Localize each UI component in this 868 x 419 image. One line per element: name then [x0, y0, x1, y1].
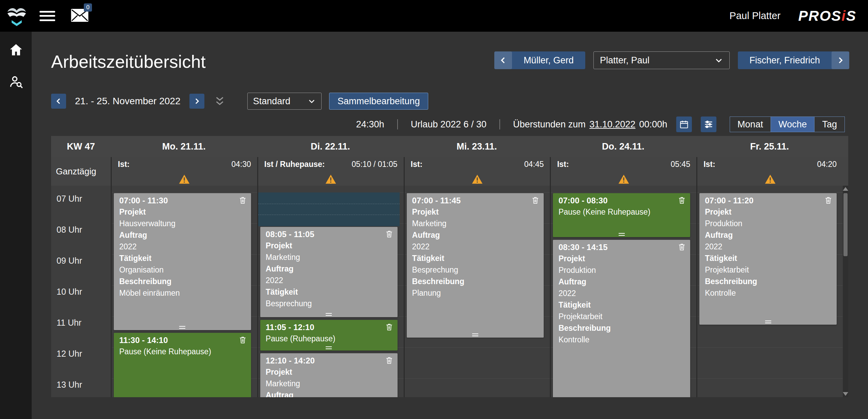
resize-handle[interactable] [326, 346, 332, 349]
delete-event-button[interactable] [384, 322, 393, 331]
messages-button[interactable]: 0 [71, 9, 89, 23]
resize-handle[interactable] [619, 233, 625, 236]
day-header: Do. 24.11. [550, 141, 696, 152]
brand-post: S [846, 8, 856, 24]
event-header: 07:00 - 11:20 [705, 195, 833, 206]
event-line: 2022 [412, 241, 540, 252]
next-week-button[interactable] [189, 94, 204, 109]
ist-row: Ist / Ruhepause:05:10 / 01:05 [264, 160, 398, 169]
sliders-icon [704, 120, 713, 129]
event-time: 07:00 - 11:20 [705, 195, 754, 206]
scroll-thumb[interactable] [843, 193, 848, 256]
calendar-button[interactable] [676, 117, 692, 132]
allday-cell: Ist / Ruhepause:05:10 / 01:05 [257, 157, 404, 186]
scroll-up-arrow[interactable] [843, 187, 848, 191]
day-column[interactable]: 08:05 - 11:05ProjektMarketingAuftrag2022… [257, 186, 404, 397]
resize-handle[interactable] [179, 326, 185, 329]
warning-triangle-icon [472, 174, 483, 184]
event-card[interactable]: 12:10 - 14:20ProjektMarketingAuftrag [260, 353, 398, 397]
resize-handle[interactable] [326, 313, 332, 316]
event-time: 08:05 - 11:05 [266, 229, 314, 240]
prev-week-button[interactable] [51, 94, 66, 109]
trash-icon [385, 356, 393, 364]
filter-button[interactable] [701, 117, 716, 132]
divider [397, 119, 398, 129]
ist-value: 05:45 [671, 160, 691, 169]
event-line: Projektarbeit [705, 264, 833, 276]
person-search-icon[interactable] [8, 74, 24, 90]
event-line: Projekt [558, 253, 686, 264]
event-card[interactable]: 07:00 - 11:30ProjektHausverwaltungAuftra… [114, 193, 251, 330]
delete-event-button[interactable] [676, 195, 686, 204]
time-grid: 07 Uhr08 Uhr09 Uhr10 Uhr11 Uhr12 Uhr13 U… [51, 186, 848, 397]
delete-event-button[interactable] [384, 229, 393, 238]
ist-label: Ist / Ruhepause: [264, 160, 325, 169]
event-card[interactable]: 07:00 - 08:30Pause (Keine Ruhepause) [553, 193, 690, 237]
event-line: Produktion [558, 264, 686, 276]
event-card[interactable]: 11:30 - 14:10Pause (Keine Ruhepause) [114, 333, 251, 398]
current-person-select[interactable]: Platter, Paul [593, 51, 730, 69]
brand-pre: PROS [798, 8, 841, 24]
day-column[interactable]: 07:00 - 11:45ProjektMarketingAuftrag2022… [404, 186, 550, 397]
summary-bar: 24:30h Urlaub 2022 6 / 30 Überstunden zu… [356, 116, 845, 133]
allday-cell: Ist:05:45 [550, 157, 696, 186]
warning-icon [179, 174, 190, 184]
event-header: 07:00 - 11:45 [412, 195, 540, 206]
view-monat-button[interactable]: Monat [730, 117, 771, 132]
hour-label: 07 Uhr [57, 194, 82, 204]
warning-triangle-icon [179, 174, 190, 184]
delete-event-button[interactable] [237, 195, 247, 204]
next-person-label: Fischer, Friedrich [738, 55, 832, 66]
event-card[interactable]: 08:30 - 14:15ProjektProduktionAuftrag202… [553, 240, 690, 398]
bulk-edit-button[interactable]: Sammelbearbeitung [329, 93, 429, 110]
event-card[interactable]: 08:05 - 11:05ProjektMarketingAuftrag2022… [260, 227, 398, 317]
preset-select[interactable]: Standard [247, 93, 322, 110]
overtime-date-link[interactable]: 31.10.2022 [589, 119, 635, 130]
week-total-hours: 24:30h [356, 119, 384, 130]
resize-handle[interactable] [765, 321, 771, 323]
selected-time-range[interactable] [258, 192, 400, 226]
delete-event-button[interactable] [530, 195, 540, 204]
delete-event-button[interactable] [384, 355, 393, 364]
brand-logo: PROSiS [798, 8, 856, 24]
view-woche-button[interactable]: Woche [771, 117, 815, 132]
event-header: 11:05 - 12:10 [266, 322, 393, 333]
topbar: 0 Paul Platter PROSiS [0, 0, 868, 32]
delete-event-button[interactable] [676, 242, 686, 251]
menu-icon[interactable] [40, 11, 55, 21]
event-line: Projekt [412, 206, 540, 218]
event-line: Planung [412, 287, 540, 299]
event-card[interactable]: 07:00 - 11:20ProjektProduktionAuftrag202… [699, 193, 837, 325]
event-line: Beschreibung [119, 276, 247, 287]
prev-person-button[interactable]: Müller, Gerd [494, 51, 585, 69]
delete-event-button[interactable] [823, 195, 833, 204]
double-chevron-down-icon[interactable] [213, 95, 226, 108]
event-line: Auftrag [119, 229, 247, 241]
warning-icon [472, 174, 483, 184]
trash-icon [531, 196, 540, 204]
resize-handle[interactable] [472, 333, 478, 336]
event-line: Projekt [705, 206, 833, 218]
day-column[interactable]: 07:00 - 08:30Pause (Keine Ruhepause)08:3… [550, 186, 696, 397]
hour-label: 10 Uhr [57, 287, 82, 297]
vertical-scrollbar[interactable] [843, 186, 848, 397]
calendar: KW 47 Mo. 21.11.Di. 22.11.Mi. 23.11.Do. … [51, 136, 848, 397]
day-column[interactable]: 07:00 - 11:20ProjektProduktionAuftrag202… [696, 186, 843, 397]
delete-event-button[interactable] [237, 335, 247, 344]
allday-cell: Ist:04:20 [696, 157, 843, 186]
event-line: 2022 [266, 275, 393, 286]
hour-label: 09 Uhr [57, 256, 82, 266]
event-card[interactable]: 11:05 - 12:10Pause (Ruhepause) [260, 320, 398, 351]
day-column[interactable]: 07:00 - 11:30ProjektHausverwaltungAuftra… [111, 186, 257, 397]
view-tag-button[interactable]: Tag [814, 117, 845, 132]
app-logo-icon[interactable] [4, 3, 29, 29]
scroll-down-arrow[interactable] [843, 392, 848, 396]
event-line: Tätigkeit [119, 252, 247, 264]
event-line: Marketing [412, 218, 540, 229]
next-person-button[interactable]: Fischer, Friedrich [738, 51, 849, 69]
home-icon[interactable] [8, 42, 24, 58]
hour-line [405, 192, 550, 193]
ist-row: Ist:05:45 [557, 160, 690, 169]
event-line: Pause (Keine Ruhepause) [558, 206, 686, 218]
event-card[interactable]: 07:00 - 11:45ProjektMarketingAuftrag2022… [407, 193, 544, 338]
